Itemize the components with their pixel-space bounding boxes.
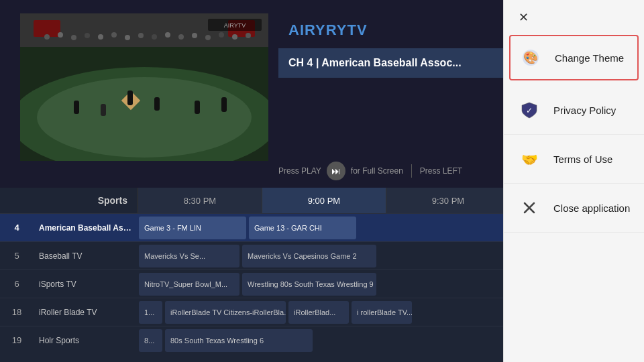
epg-program: 80s South Texas Wrestling 6 [165, 329, 313, 352]
epg-row-name-19: Holr Sports [34, 336, 138, 345]
epg-grid: Sports 8:30 PM 9:00 PM 9:30 PM 4 America… [0, 188, 510, 362]
svg-rect-8 [221, 97, 227, 112]
epg-time-3: 9:30 PM [386, 188, 510, 213]
svg-point-25 [205, 35, 211, 40]
epg-row-num-6: 6 [0, 279, 34, 289]
terms-of-use-label: Terms of Use [553, 154, 612, 165]
epg-program: NitroTV_Super Bowl_M... [139, 273, 239, 296]
close-application-label: Close application [553, 202, 630, 214]
x-icon [517, 196, 541, 220]
svg-point-17 [98, 34, 103, 40]
svg-point-19 [125, 35, 130, 40]
svg-point-26 [219, 32, 224, 38]
sidebar-item-change-theme[interactable]: 🎨 Change Theme [509, 35, 639, 80]
epg-row-6[interactable]: 6 iSports TV NitroTV_Super Bowl_M... Wre… [0, 269, 510, 298]
sidebar-item-privacy-policy[interactable]: ✓ Privacy Policy [504, 86, 644, 135]
svg-point-24 [192, 33, 197, 38]
epg-row-num-5: 5 [0, 251, 34, 261]
divider [411, 164, 412, 178]
epg-program: iRollerBlade TV Citizens-iRollerBla... [165, 301, 286, 324]
epg-programs-4: Game 3 - FM LIN Game 13 - GAR CHI [138, 214, 510, 241]
channel-bar: CH 4 | American Baseball Assoc... [278, 48, 503, 78]
close-menu-button[interactable]: ✕ [514, 8, 533, 27]
svg-rect-9 [101, 104, 106, 116]
logo: AIRYRYTV [288, 21, 368, 39]
change-theme-label: Change Theme [555, 52, 624, 64]
svg-point-27 [232, 34, 237, 40]
sidebar-menu: ✕ 🎨 Change Theme ✓ Privacy Policy 🤝 Term… [503, 0, 644, 362]
palette-icon: 🎨 [519, 46, 543, 70]
svg-point-2 [37, 77, 252, 158]
svg-rect-6 [154, 97, 160, 111]
svg-point-15 [71, 35, 76, 40]
svg-point-18 [111, 32, 117, 38]
svg-point-23 [178, 34, 184, 40]
epg-row-num-18: 18 [0, 307, 34, 317]
svg-rect-5 [127, 90, 133, 105]
sidebar-item-terms-of-use[interactable]: 🤝 Terms of Use [504, 135, 644, 184]
epg-row-5[interactable]: 5 Baseball TV Mavericks Vs Se... Maveric… [0, 241, 510, 269]
svg-point-20 [138, 33, 144, 38]
epg-category: Sports [0, 188, 138, 213]
svg-text:✓: ✓ [526, 106, 533, 115]
play-button[interactable]: ⏭ [327, 162, 345, 180]
svg-point-16 [85, 33, 90, 38]
video-placeholder: AIRYTV [20, 13, 268, 161]
epg-program: 8... [139, 329, 162, 352]
epg-program: Game 3 - FM LIN [139, 217, 246, 239]
epg-time-1: 8:30 PM [138, 188, 262, 213]
press-play-label: Press PLAY [278, 166, 321, 176]
epg-programs-19: 8... 80s South Texas Wrestling 6 [138, 326, 510, 354]
epg-row-19[interactable]: 19 Holr Sports 8... 80s South Texas Wres… [0, 326, 510, 354]
epg-program: iRollerBlad... [288, 301, 349, 324]
svg-rect-4 [74, 101, 79, 114]
svg-text:🤝: 🤝 [521, 152, 538, 168]
header-bar: AIRYRYTV [278, 13, 503, 47]
handshake-icon: 🤝 [517, 147, 541, 171]
video-svg: AIRYTV [20, 13, 268, 161]
shield-icon: ✓ [517, 98, 541, 122]
epg-row-num-4: 4 [0, 223, 34, 233]
epg-programs-18: 1... iRollerBlade TV Citizens-iRollerBla… [138, 298, 510, 326]
epg-programs-6: NitroTV_Super Bowl_M... Wrestling 80s So… [138, 270, 510, 298]
epg-program: Mavericks Vs Capesinos Game 2 [242, 245, 376, 267]
epg-row-name-4: American Baseball Association [34, 223, 138, 233]
epg-program: 1... [139, 301, 162, 324]
sidebar-item-close-application[interactable]: Close application [504, 184, 644, 233]
epg-row-name-6: iSports TV [34, 280, 138, 289]
epg-row-num-19: 19 [0, 335, 34, 345]
for-full-screen-label: for Full Screen [351, 166, 403, 176]
channel-info: CH 4 | American Baseball Assoc... [288, 57, 462, 69]
epg-row-name-18: iRoller Blade TV [34, 308, 138, 317]
epg-program: Game 13 - GAR CHI [249, 217, 356, 239]
privacy-policy-label: Privacy Policy [553, 105, 616, 116]
svg-rect-7 [195, 101, 200, 114]
video-area: AIRYTV [20, 13, 268, 161]
svg-point-28 [246, 33, 251, 38]
svg-point-22 [165, 32, 170, 38]
epg-row-18[interactable]: 18 iRoller Blade TV 1... iRollerBlade TV… [0, 298, 510, 326]
epg-row-name-5: Baseball TV [34, 251, 138, 261]
epg-row-4[interactable]: 4 American Baseball Association Game 3 -… [0, 213, 510, 241]
epg-programs-5: Mavericks Vs Se... Mavericks Vs Capesino… [138, 242, 510, 269]
svg-text:🎨: 🎨 [523, 50, 539, 65]
svg-text:AIRYTV: AIRYTV [224, 22, 246, 29]
svg-point-14 [58, 32, 63, 38]
press-left-label: Press LEFT [420, 166, 462, 176]
controls-bar: Press PLAY ⏭ for Full Screen Press LEFT [278, 161, 506, 181]
epg-program: Wrestling 80s South Texas Wrestling 9 [242, 273, 376, 296]
epg-program: Mavericks Vs Se... [139, 245, 239, 267]
epg-program: i rollerBlade TV... [352, 301, 412, 324]
epg-header: Sports 8:30 PM 9:00 PM 9:30 PM [0, 188, 510, 213]
svg-point-13 [44, 34, 50, 40]
main-content: AIRYTV AIRYRYTV CH 4 | American Baseball… [0, 0, 510, 362]
svg-point-21 [152, 34, 157, 40]
epg-time-2: 9:00 PM [262, 188, 386, 213]
